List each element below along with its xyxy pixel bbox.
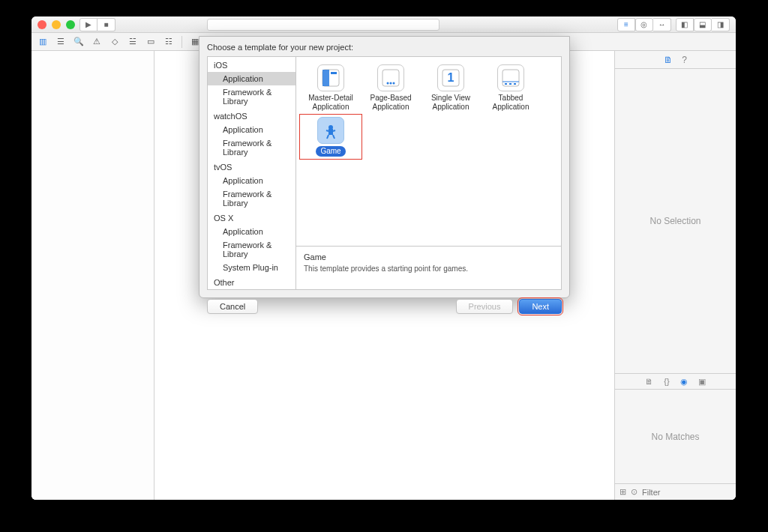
- category-system-plug-in[interactable]: System Plug-in: [208, 261, 296, 274]
- stop-button[interactable]: ■: [98, 18, 116, 31]
- previous-button: Previous: [456, 299, 514, 314]
- toolbar-right: ≡ ◎ ↔ ◧ ⬓ ◨: [617, 18, 730, 31]
- template-grid-area: Master-Detail ApplicationPage-Based Appl…: [296, 57, 561, 289]
- file-inspector-icon[interactable]: 🗎: [664, 55, 673, 65]
- category-tvos[interactable]: tvOS: [208, 159, 296, 174]
- filter-input[interactable]: [642, 488, 736, 497]
- template-label: Tabbed Application: [482, 94, 539, 111]
- template-label: Page-Based Application: [362, 94, 419, 111]
- svg-text:1: 1: [448, 71, 454, 84]
- category-framework-library[interactable]: Framework & Library: [208, 238, 296, 261]
- category-framework-library[interactable]: Framework & Library: [208, 187, 296, 210]
- svg-rect-15: [328, 129, 333, 135]
- category-watchos[interactable]: watchOS: [208, 108, 296, 123]
- panel-right-icon[interactable]: ◨: [712, 18, 730, 31]
- library-content: No Matches: [615, 390, 736, 483]
- inspector-content: No Selection: [615, 69, 736, 373]
- category-framework-library[interactable]: Framework & Library: [208, 136, 296, 159]
- code-snippet-library-icon[interactable]: {}: [664, 377, 669, 386]
- svg-rect-13: [514, 83, 516, 85]
- next-button[interactable]: Next: [519, 299, 562, 314]
- cancel-button[interactable]: Cancel: [207, 299, 258, 314]
- category-application[interactable]: Application: [208, 72, 296, 85]
- template-category-list: iOSApplicationFramework & LibrarywatchOS…: [208, 57, 296, 289]
- project-navigator-icon[interactable]: ▥: [36, 35, 50, 49]
- category-application[interactable]: Application: [208, 174, 296, 187]
- template-master-detail[interactable]: Master-Detail Application: [301, 63, 361, 112]
- svg-line-16: [326, 130, 328, 131]
- activity-bar[interactable]: [207, 19, 440, 31]
- category-framework-library[interactable]: Framework & Library: [208, 85, 296, 108]
- svg-point-4: [387, 82, 389, 85]
- panel-left-icon[interactable]: ◧: [676, 18, 694, 31]
- template-single-view[interactable]: 1Single View Application: [421, 63, 481, 112]
- library-tabs: 🗎 {} ◉ ▣: [615, 373, 736, 390]
- template-label: Game: [316, 146, 345, 157]
- close-icon[interactable]: [38, 20, 46, 29]
- traffic-lights: [38, 20, 75, 29]
- template-page-based[interactable]: Page-Based Application: [361, 63, 421, 112]
- category-ios[interactable]: iOS: [208, 57, 296, 72]
- zoom-icon[interactable]: [66, 20, 75, 29]
- svg-line-19: [333, 135, 334, 139]
- single-view-icon: 1: [437, 64, 464, 91]
- report-navigator-icon[interactable]: ☷: [162, 35, 176, 49]
- object-library-icon[interactable]: ◉: [680, 377, 688, 387]
- svg-rect-2: [331, 72, 337, 74]
- run-stop-group: ▶ ■: [80, 18, 116, 31]
- test-navigator-icon[interactable]: ◇: [108, 35, 122, 49]
- library-filter: ⊞ ⊙: [615, 483, 736, 500]
- desc-title: Game: [304, 253, 554, 262]
- no-selection-label: No Selection: [650, 216, 700, 226]
- svg-rect-1: [322, 70, 329, 86]
- page-based-icon: [377, 64, 404, 91]
- issue-navigator-icon[interactable]: ⚠: [90, 35, 104, 49]
- svg-point-5: [390, 82, 392, 85]
- titlebar: ▶ ■ ≡ ◎ ↔ ◧ ⬓ ◨: [32, 16, 736, 33]
- editor-standard-icon[interactable]: ≡: [617, 18, 635, 31]
- category-application[interactable]: Application: [208, 123, 296, 136]
- desc-text: This template provides a starting point …: [304, 265, 554, 273]
- svg-point-6: [393, 82, 395, 85]
- media-library-icon[interactable]: ▣: [698, 377, 706, 387]
- no-matches-label: No Matches: [651, 432, 699, 442]
- template-tabbed[interactable]: Tabbed Application: [481, 63, 541, 112]
- template-description: Game This template provides a starting p…: [296, 246, 561, 289]
- filter-icon: ⊙: [631, 487, 638, 497]
- run-button[interactable]: ▶: [80, 18, 98, 31]
- panel-bottom-icon[interactable]: ⬓: [694, 18, 712, 31]
- inspector-tabs: 🗎 ?: [615, 51, 736, 69]
- master-detail-icon: [317, 64, 344, 91]
- inspector-pane: 🗎 ? No Selection 🗎 {} ◉ ▣ No Matches ⊞ ⊙: [614, 51, 736, 500]
- template-game[interactable]: Game: [301, 115, 361, 158]
- debug-navigator-icon[interactable]: ☱: [126, 35, 140, 49]
- category-application[interactable]: Application: [208, 225, 296, 238]
- grid-view-icon[interactable]: ⊞: [620, 487, 626, 497]
- sheet-body: iOSApplicationFramework & LibrarywatchOS…: [207, 56, 562, 290]
- symbol-navigator-icon[interactable]: ☰: [54, 35, 68, 49]
- search-navigator-icon[interactable]: 🔍: [72, 35, 86, 49]
- template-label: Master-Detail Application: [302, 94, 359, 111]
- tabbed-icon: [497, 64, 524, 91]
- svg-line-17: [333, 130, 335, 131]
- category-os-x[interactable]: OS X: [208, 210, 296, 225]
- category-other[interactable]: Other: [208, 274, 296, 289]
- quick-help-icon[interactable]: ?: [682, 55, 687, 65]
- template-label: Single View Application: [422, 94, 479, 111]
- svg-rect-12: [509, 83, 512, 85]
- sheet-footer: Cancel Previous Next: [200, 290, 569, 323]
- new-project-sheet: Choose a template for your new project: …: [199, 36, 570, 298]
- file-template-library-icon[interactable]: 🗎: [645, 377, 653, 386]
- minimize-icon[interactable]: [52, 20, 61, 29]
- svg-line-18: [327, 135, 328, 139]
- svg-rect-11: [505, 83, 507, 85]
- game-icon: [317, 117, 344, 144]
- editor-version-icon[interactable]: ↔: [653, 18, 671, 31]
- template-grid: Master-Detail ApplicationPage-Based Appl…: [296, 57, 561, 246]
- sheet-title: Choose a template for your new project:: [200, 37, 569, 56]
- editor-assistant-icon[interactable]: ◎: [635, 18, 653, 31]
- navigator-pane: [32, 51, 154, 500]
- breakpoint-navigator-icon[interactable]: ▭: [144, 35, 158, 49]
